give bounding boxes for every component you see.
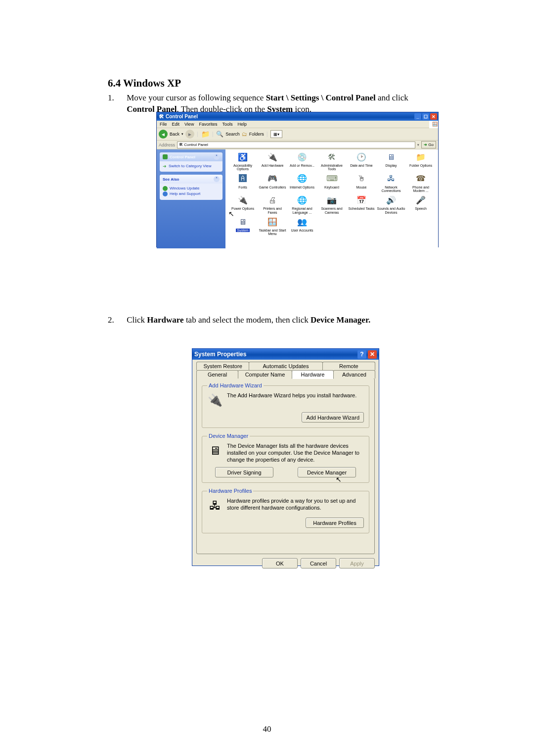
menu-favorites[interactable]: Favorites: [199, 122, 217, 127]
section-heading: 6.4 Windows XP: [108, 77, 434, 90]
cp-item-taskbar[interactable]: 🪟Taskbar and Start Menu: [258, 216, 287, 236]
back-button[interactable]: ◄: [159, 130, 168, 139]
cp-item-scanners[interactable]: 📷Scanners and Cameras: [317, 194, 346, 214]
cp-item-user-accounts[interactable]: 👥User Accounts: [288, 216, 316, 236]
hardware-profiles-text: Hardware profiles provide a way for you …: [227, 498, 364, 512]
cp-item-add-hardware[interactable]: 🔌Add Hardware: [258, 151, 287, 171]
folders-icon[interactable]: 🗂: [242, 131, 247, 137]
step2-text-d: Device Manager.: [311, 315, 370, 325]
address-input[interactable]: 🛠 Control Panel: [177, 142, 415, 148]
hardware-tab-panel: Add Hardware Wizard 🔌 The Add Hardware W…: [196, 378, 375, 554]
cancel-button[interactable]: Cancel: [301, 558, 336, 568]
tab-hardware[interactable]: Hardware: [292, 370, 334, 379]
cp-item-printers[interactable]: 🖨Printers and Faxes: [258, 194, 287, 214]
back-label[interactable]: Back: [170, 132, 179, 137]
windows-flag-icon: 🪟: [431, 121, 438, 127]
search-icon[interactable]: 🔍: [216, 131, 223, 138]
tab-advanced[interactable]: Advanced: [333, 370, 375, 378]
cp-item-admin-tools[interactable]: 🛠Administrative Tools: [317, 151, 346, 171]
go-button[interactable]: ➜Go: [421, 141, 436, 148]
driver-signing-button[interactable]: Driver Signing: [215, 467, 273, 477]
hardware-profiles-button[interactable]: Hardware Profiles: [306, 518, 364, 528]
dialog-buttons: OK Cancel Apply: [192, 558, 379, 572]
cp-item-network[interactable]: 🖧Network Connections: [377, 173, 405, 193]
tab-system-restore[interactable]: System Restore: [196, 362, 249, 370]
cp-item-power[interactable]: 🔌Power Options: [228, 194, 257, 214]
search-label[interactable]: Search: [225, 132, 240, 137]
windows-update-link[interactable]: Windows Update: [163, 186, 220, 191]
step-2: 2. Click Hardware tab and select the mod…: [108, 315, 434, 326]
help-button[interactable]: ?: [357, 350, 366, 359]
menu-tools[interactable]: Tools: [222, 122, 232, 127]
views-button[interactable]: ▦▾: [270, 130, 282, 138]
cp-item-keyboard[interactable]: ⌨Keyboard: [317, 173, 346, 193]
sidebar-panel-control-panel: Control Panel˄ ➜Switch to Category View: [160, 152, 222, 172]
window-titlebar[interactable]: 🛠 Control Panel _ ☐ ✕: [157, 112, 438, 121]
up-button[interactable]: 📁: [201, 130, 210, 138]
hardware-wizard-icon: 🔌: [207, 392, 223, 408]
tab-strip: System Restore Automatic Updates Remote …: [196, 362, 375, 378]
cp-item-scheduled[interactable]: 📅Scheduled Tasks: [347, 194, 376, 214]
sidebar-panel-see-also: See Also˄ Windows Update Help and Suppor…: [160, 175, 222, 199]
toolbar: ◄ Back ▾ ► │ 📁 │ 🔍 Search 🗂 Folders │ ▦▾: [157, 128, 438, 141]
device-manager-text: The Device Manager lists all the hardwar…: [227, 443, 364, 463]
menu-view[interactable]: View: [184, 122, 194, 127]
tasks-sidebar: Control Panel˄ ➜Switch to Category View …: [157, 149, 225, 248]
step1-text-c: and click: [376, 93, 408, 102]
tab-remote[interactable]: Remote: [322, 362, 375, 370]
add-hardware-wizard-button[interactable]: Add Hardware Wizard: [302, 412, 364, 423]
cp-item-speech[interactable]: 🎤Speech: [406, 194, 435, 214]
apply-button[interactable]: Apply: [339, 558, 375, 568]
folders-label[interactable]: Folders: [249, 132, 264, 137]
add-hardware-wizard-legend: Add Hardware Wizard: [207, 382, 264, 388]
see-also-title: See Also: [163, 177, 214, 182]
cp-item-add-remove[interactable]: 💿Add or Remov...: [288, 151, 316, 171]
cp-item-fonts[interactable]: 🅰Fonts: [228, 173, 257, 193]
device-manager-legend: Device Manager: [207, 433, 250, 439]
collapse-icon[interactable]: ˄: [214, 176, 220, 182]
close-button[interactable]: ✕: [368, 350, 377, 359]
cp-item-phone-modem[interactable]: ☎Phone and Modem ...: [406, 173, 435, 193]
control-panel-icon: [163, 154, 168, 159]
menu-file[interactable]: File: [160, 122, 167, 127]
step1-text-b: Start \ Settings \ Control Panel: [266, 93, 376, 102]
cp-item-game-controllers[interactable]: 🎮Game Controllers: [258, 173, 287, 193]
tab-computer-name[interactable]: Computer Name: [238, 370, 292, 378]
maximize-button[interactable]: ☐: [422, 113, 429, 120]
switch-category-view-link[interactable]: ➜Switch to Category View: [163, 163, 220, 169]
cp-item-sounds[interactable]: 🔊Sounds and Audio Devices: [377, 194, 405, 214]
close-button[interactable]: ✕: [430, 113, 437, 120]
menu-help[interactable]: Help: [237, 122, 247, 127]
menu-bar: File Edit View Favorites Tools Help: [157, 121, 429, 128]
help-support-link[interactable]: Help and Support: [163, 191, 220, 196]
forward-button[interactable]: ►: [185, 130, 194, 139]
hardware-profiles-legend: Hardware Profiles: [207, 488, 253, 494]
device-manager-icon: 🖥: [207, 443, 223, 459]
tab-general[interactable]: General: [196, 370, 238, 378]
cp-item-date-time[interactable]: 🕑Date and Time: [347, 151, 376, 171]
collapse-icon[interactable]: ˄: [214, 154, 220, 160]
menu-edit[interactable]: Edit: [172, 122, 180, 127]
dialog-title: System Properties: [194, 351, 246, 358]
hardware-profiles-icon: 🖧: [207, 498, 223, 514]
cp-item-internet-options[interactable]: 🌐Internet Options: [288, 173, 316, 193]
cp-item-folder-options[interactable]: 📁Folder Options: [406, 151, 435, 171]
step-1-number: 1.: [108, 93, 125, 104]
dialog-titlebar[interactable]: System Properties ? ✕: [192, 349, 379, 360]
address-label: Address: [159, 142, 175, 147]
device-manager-button[interactable]: Device Manager: [298, 467, 356, 477]
cp-item-regional[interactable]: 🌐Regional and Language ...: [288, 194, 316, 214]
minimize-button[interactable]: _: [414, 113, 421, 120]
window-title: Control Panel: [166, 114, 198, 119]
control-panel-window: 🛠 Control Panel _ ☐ ✕ File Edit View Fav…: [156, 112, 439, 247]
ok-button[interactable]: OK: [262, 558, 298, 568]
sidebar-panel-title: Control Panel: [170, 155, 214, 159]
step-2-number: 2.: [108, 315, 125, 326]
cp-item-accessibility[interactable]: ♿Accessibility Options: [228, 151, 257, 171]
cp-item-display[interactable]: 🖥Display: [377, 151, 405, 171]
add-hardware-wizard-text: The Add Hardware Wizard helps you instal…: [227, 392, 364, 399]
cp-item-mouse[interactable]: 🖱Mouse: [347, 173, 376, 193]
tab-automatic-updates[interactable]: Automatic Updates: [249, 362, 322, 370]
step2-text-c: tab and select the modem, then click: [184, 315, 311, 325]
cp-item-system[interactable]: 🖥System: [228, 216, 257, 236]
